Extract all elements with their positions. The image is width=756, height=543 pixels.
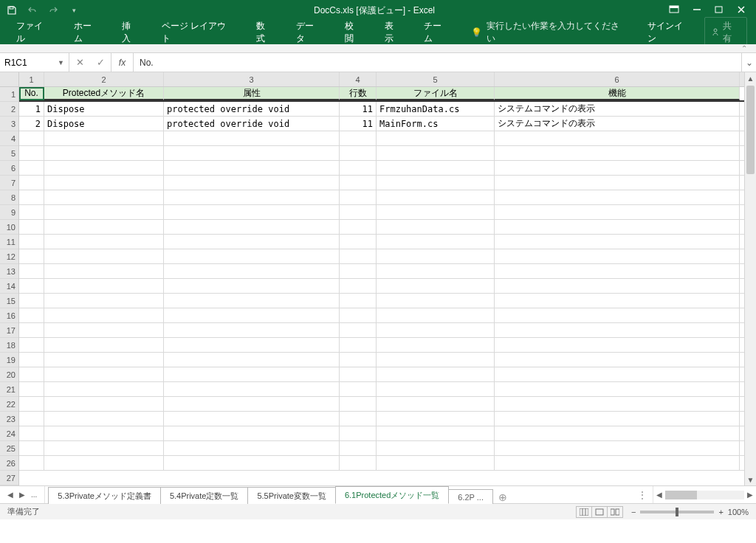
qat-customize-icon[interactable]: ▾ <box>68 4 80 16</box>
cell[interactable] <box>377 308 495 322</box>
nav-more-icon[interactable]: ... <box>31 491 37 499</box>
col-header[interactable]: 5 <box>377 72 495 86</box>
file-tab[interactable]: ファイル <box>9 15 59 49</box>
cell[interactable] <box>495 397 740 411</box>
cell[interactable]: protected override void <box>164 102 340 116</box>
cell[interactable] <box>495 190 740 204</box>
cell[interactable] <box>495 323 740 337</box>
cell[interactable] <box>44 146 164 160</box>
cell[interactable]: 11 <box>340 102 377 116</box>
cell[interactable] <box>164 220 340 234</box>
cell[interactable] <box>377 294 495 308</box>
cell[interactable] <box>340 441 377 455</box>
row-header[interactable]: 18 <box>0 338 18 353</box>
page-break-view-icon[interactable] <box>607 506 623 518</box>
cell[interactable] <box>19 235 44 249</box>
cell[interactable] <box>164 426 340 440</box>
zoom-in-icon[interactable]: + <box>718 508 723 516</box>
cell[interactable] <box>340 220 377 234</box>
tab-options-icon[interactable]: ⋮ <box>632 486 653 503</box>
cell[interactable] <box>44 264 164 278</box>
row-header[interactable]: 16 <box>0 308 18 323</box>
cell[interactable] <box>164 205 340 219</box>
cell[interactable] <box>19 161 44 175</box>
sheet-tab[interactable]: 6.1Protectedメソッド一覧 <box>335 486 449 504</box>
cell[interactable] <box>164 146 340 160</box>
cell[interactable] <box>495 382 740 396</box>
close-icon[interactable] <box>737 5 746 16</box>
ribbon-display-icon[interactable] <box>669 5 679 16</box>
nav-next-icon[interactable]: ▶ <box>19 491 25 499</box>
redo-icon[interactable] <box>47 4 59 16</box>
sheet-tab[interactable]: 6.2P ... <box>448 489 493 504</box>
cell[interactable] <box>44 176 164 190</box>
cell[interactable] <box>340 249 377 263</box>
ribbon-tab-formulas[interactable]: 数式 <box>249 15 281 49</box>
cell[interactable] <box>19 146 44 160</box>
row-header[interactable]: 22 <box>0 397 18 412</box>
cell[interactable] <box>19 397 44 411</box>
cell[interactable] <box>19 353 44 367</box>
cell[interactable]: 行数 <box>340 87 377 100</box>
name-box[interactable]: R1C1 ▼ <box>0 53 69 72</box>
cell[interactable] <box>377 412 495 426</box>
cell[interactable] <box>340 146 377 160</box>
cell[interactable] <box>495 161 740 175</box>
vertical-scrollbar[interactable]: ▲ ▼ <box>744 72 756 485</box>
cell[interactable] <box>44 279 164 293</box>
cell[interactable] <box>19 382 44 396</box>
cell[interactable] <box>495 205 740 219</box>
row-header[interactable]: 5 <box>0 146 18 161</box>
cell[interactable] <box>495 441 740 455</box>
cell[interactable]: MainForm.cs <box>377 117 495 131</box>
cell[interactable] <box>19 441 44 455</box>
cell[interactable] <box>340 367 377 381</box>
row-header[interactable]: 25 <box>0 441 18 456</box>
row-header[interactable]: 12 <box>0 249 18 264</box>
col-header[interactable]: 3 <box>164 72 340 86</box>
zoom-knob[interactable] <box>676 508 678 516</box>
ribbon-tab-pagelayout[interactable]: ページ レイアウト <box>154 15 241 49</box>
cell[interactable] <box>44 441 164 455</box>
cell[interactable] <box>19 308 44 322</box>
cell[interactable] <box>44 190 164 204</box>
cell[interactable] <box>377 131 495 145</box>
col-header[interactable]: 6 <box>495 72 740 86</box>
add-sheet-icon[interactable]: ⊕ <box>492 491 513 503</box>
horizontal-scrollbar[interactable]: ◀ ▶ <box>653 486 756 503</box>
row-header[interactable]: 1 <box>0 87 18 102</box>
cell[interactable] <box>377 279 495 293</box>
cell[interactable]: FrmzuhanData.cs <box>377 102 495 116</box>
cell[interactable] <box>164 279 340 293</box>
cell[interactable] <box>19 279 44 293</box>
row-header[interactable]: 10 <box>0 220 18 235</box>
cell[interactable] <box>164 249 340 263</box>
cell[interactable] <box>495 176 740 190</box>
cell[interactable] <box>495 264 740 278</box>
signin-link[interactable]: サインイン <box>642 20 697 45</box>
cell[interactable] <box>44 308 164 322</box>
cell[interactable] <box>377 220 495 234</box>
cell[interactable] <box>19 412 44 426</box>
cell[interactable]: No. <box>19 87 44 100</box>
undo-icon[interactable] <box>27 4 38 16</box>
sheet-tab[interactable]: 5.4Private定数一覧 <box>160 487 249 504</box>
cell[interactable] <box>164 441 340 455</box>
cell[interactable] <box>377 235 495 249</box>
col-header[interactable]: 4 <box>340 72 377 86</box>
cell[interactable] <box>44 235 164 249</box>
row-header[interactable]: 17 <box>0 323 18 338</box>
cell[interactable] <box>164 456 340 470</box>
cell[interactable] <box>377 249 495 263</box>
cell[interactable]: Dispose <box>44 102 164 116</box>
row-header[interactable]: 11 <box>0 235 18 249</box>
cell[interactable] <box>44 249 164 263</box>
row-header[interactable]: 8 <box>0 190 18 205</box>
cell[interactable] <box>164 131 340 145</box>
cell[interactable] <box>19 205 44 219</box>
cell[interactable] <box>340 205 377 219</box>
cell[interactable]: Protectedメソッド名 <box>44 87 164 100</box>
sheet-tab[interactable]: 5.5Private変数一覧 <box>247 487 336 504</box>
cell[interactable] <box>164 338 340 352</box>
cell[interactable] <box>377 146 495 160</box>
